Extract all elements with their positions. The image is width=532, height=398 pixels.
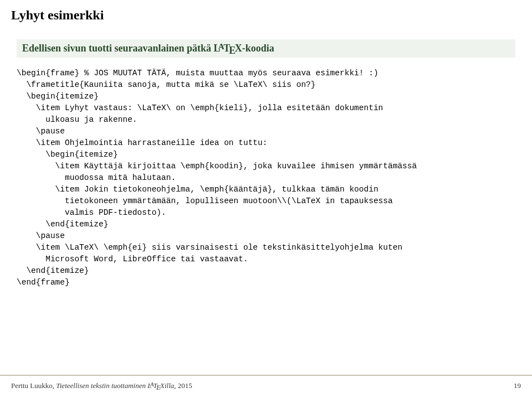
- page-title: Lyhyt esimerkki: [11, 8, 521, 23]
- latex-code-block: \begin{frame} % JOS MUUTAT TÄTÄ, muista …: [17, 68, 515, 288]
- footer-work-suffix: Xilla,: [160, 381, 176, 390]
- latex-a-glyph: A: [218, 42, 224, 51]
- slide-page: Lyhyt esimerkki Edellisen sivun tuotti s…: [0, 0, 532, 398]
- subtitle-box: Edellisen sivun tuotti seuraavanlainen p…: [17, 39, 515, 58]
- latex-e-glyph: E: [229, 45, 236, 56]
- slide-footer: Perttu Luukko, Tieteellisen tekstin tuot…: [0, 375, 532, 398]
- footer-credits: Perttu Luukko, Tieteellisen tekstin tuot…: [11, 381, 192, 390]
- footer-author: Perttu Luukko,: [11, 381, 56, 390]
- subtitle: Edellisen sivun tuotti seuraavanlainen p…: [22, 43, 510, 54]
- latex-a-glyph: A: [150, 381, 154, 387]
- latex-e-glyph: E: [156, 383, 161, 391]
- subtitle-text-prefix: Edellisen sivun tuotti seuraavanlainen p…: [22, 43, 221, 54]
- page-number: 19: [514, 381, 521, 390]
- footer-year: 2015: [176, 381, 192, 390]
- footer-work-prefix: Tieteellisen tekstin tuottaminen L: [56, 381, 151, 390]
- subtitle-text-suffix: X-koodia: [235, 43, 274, 54]
- slide-content: Edellisen sivun tuotti seuraavanlainen p…: [0, 28, 532, 375]
- slide-header: Lyhyt esimerkki: [0, 0, 532, 28]
